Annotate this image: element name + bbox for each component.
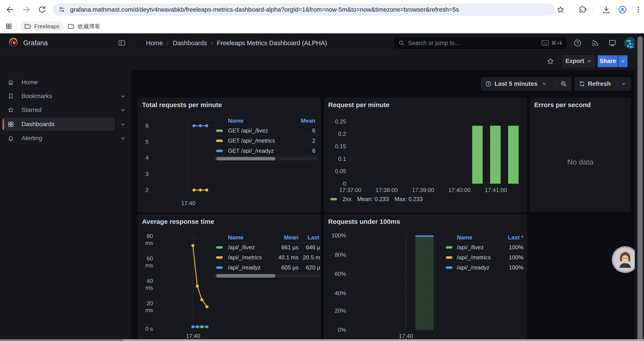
browser-menu-button[interactable] — [634, 5, 643, 15]
search-placeholder: Search or jump to... — [408, 40, 538, 47]
refresh-picker[interactable]: Refresh — [575, 77, 631, 90]
chevron-down-icon[interactable] — [120, 107, 126, 113]
legend-scrollbar-thumb[interactable] — [216, 274, 275, 278]
legend-row[interactable]: /api/_/metrics 100% — [443, 253, 525, 263]
page-scrollbar-thumb[interactable] — [638, 37, 643, 341]
y-tick: 0.15 — [326, 143, 346, 150]
favorite-star-icon[interactable] — [546, 57, 554, 65]
series-color-yellow — [446, 256, 452, 259]
grafana-brand[interactable]: Grafana — [23, 33, 48, 53]
legend-row[interactable]: /api/_/metrics 40.1 ms 20.5 ms — [214, 253, 321, 263]
bookmarks-bar: Freeleaps 收藏博客 — [0, 19, 644, 33]
woman-avatar-illustration — [613, 247, 637, 272]
breadcrumb-dashboards[interactable]: Dashboards — [173, 40, 207, 47]
y-tick: 0.05 — [326, 168, 346, 175]
legend-header-name[interactable]: Name — [456, 234, 499, 241]
series-name: /api/_/metrics — [226, 254, 270, 261]
legend-header: Name Mean Last * — [214, 233, 321, 242]
time-range-picker[interactable]: Last 5 minutes — [481, 77, 571, 90]
site-settings-icon[interactable] — [58, 6, 65, 13]
share-button[interactable]: Share — [598, 55, 618, 67]
y-tick: 0.1 — [326, 156, 346, 162]
floating-assistant-avatar[interactable] — [613, 247, 637, 272]
sidebar-item-label: Dashboards — [22, 121, 54, 128]
legend-row[interactable]: /api/_/livez 100% — [443, 242, 525, 253]
news-rss-icon[interactable] — [591, 39, 599, 47]
apps-button[interactable] — [4, 22, 14, 31]
sidebar-item-bookmarks[interactable]: Bookmarks — [3, 90, 115, 103]
legend-row[interactable]: /api/_/readyz 100% — [443, 263, 525, 273]
url-bar[interactable]: grafana.mathmast.com/d/deytv4rwavabkb/fr… — [53, 4, 554, 16]
legend-row[interactable]: GET /api/_/metrics 2 — [214, 136, 318, 146]
downloads-button[interactable] — [602, 5, 611, 15]
grafana-logo[interactable] — [8, 37, 19, 49]
search-shortcut: ⌘+k — [542, 40, 562, 46]
help-icon[interactable] — [574, 39, 582, 47]
panel-avg-response-time[interactable]: Average response time 80 ms 60 ms 40 ms … — [138, 215, 321, 341]
search-input[interactable]: Search or jump to... ⌘+k — [394, 37, 567, 50]
bookmark-folder-freeleaps[interactable]: Freeleaps — [20, 21, 64, 31]
download-icon — [602, 6, 610, 14]
panel-errors-per-second[interactable]: Errors per second No data — [530, 98, 631, 212]
panel-requests-under-100ms[interactable]: Requests under 100ms 100% 80% 60% 40% 20… — [324, 215, 527, 341]
legend-header-name[interactable]: Name — [226, 234, 270, 241]
legend-header-last[interactable]: Last * — [499, 234, 525, 241]
x-tick: 17:38:00 — [376, 187, 398, 194]
legend-row[interactable]: /api/_/livez 661 µs 646 µs — [214, 242, 321, 253]
bookmark-folder-blogs[interactable]: 收藏博客 — [64, 21, 104, 32]
legend-row[interactable]: GET /api/_/readyz 6 — [214, 146, 318, 156]
y-tick: 4 — [139, 154, 148, 161]
bar-chart — [324, 98, 527, 212]
extensions-button[interactable] — [578, 5, 588, 15]
profile-button[interactable] — [618, 5, 627, 15]
legend-header-mean[interactable]: Mean — [270, 234, 298, 241]
legend-scrollbar[interactable] — [214, 157, 318, 160]
legend-row[interactable]: GET /api/_/livez 6 — [214, 126, 318, 136]
url-text[interactable]: grafana.mathmast.com/d/deytv4rwavabkb/fr… — [70, 6, 549, 13]
panel-request-per-minute[interactable]: Request per minute 0.25 0.2 0.15 0.1 0.0… — [324, 98, 527, 212]
series-name: /api/_/livez — [456, 244, 499, 251]
apps-grid-icon — [5, 23, 12, 30]
sidebar-toggle-icon[interactable] — [118, 39, 126, 47]
reload-button[interactable] — [36, 4, 48, 16]
share-menu-button[interactable] — [618, 55, 628, 67]
legend-header-name[interactable]: Name — [226, 117, 291, 124]
series-mean: 40.1 ms — [270, 254, 298, 261]
horizontal-scrollbar[interactable] — [123, 339, 644, 341]
clock-icon — [485, 81, 492, 87]
chevron-down-icon[interactable] — [120, 136, 126, 141]
y-tick: 20% — [326, 307, 346, 314]
refresh-interval-button[interactable] — [617, 81, 630, 86]
sidebar-item-dashboards[interactable]: Dashboards — [3, 118, 115, 131]
export-button[interactable]: Export — [562, 55, 595, 67]
sidebar-item-home[interactable]: Home — [3, 76, 115, 89]
legend-row[interactable]: /api/_/readyz 605 µs 620 µs — [214, 263, 321, 273]
legend-header-last[interactable]: Last * — [298, 234, 321, 241]
back-button[interactable] — [4, 4, 16, 16]
series-name[interactable]: 2xx — [342, 196, 351, 203]
bookmark-star-button[interactable] — [556, 5, 565, 15]
forward-button[interactable] — [20, 4, 32, 16]
sidebar-item-starred[interactable]: Starred — [3, 103, 115, 117]
refresh-button[interactable]: Refresh — [575, 80, 616, 87]
legend-scrollbar-thumb[interactable] — [216, 157, 275, 160]
legend-header-mean[interactable]: Mean — [291, 117, 318, 124]
zoom-out-button[interactable] — [556, 81, 571, 87]
y-tick: 0 s — [139, 325, 153, 332]
series-last: 100% — [499, 244, 525, 251]
x-tick: 17:41:00 — [485, 187, 507, 194]
y-tick: 20 ms — [139, 300, 153, 313]
chevron-down-icon — [620, 59, 626, 64]
panel-total-requests[interactable]: Total requests per minute 6 5 4 3 2 17:4… — [138, 98, 321, 212]
page-scrollbar[interactable] — [635, 33, 644, 341]
chevron-down-icon[interactable] — [120, 94, 126, 99]
breadcrumb-home[interactable]: Home — [146, 40, 163, 47]
y-tick: 60% — [326, 270, 346, 277]
y-tick: 0.25 — [326, 118, 346, 125]
chevron-down-icon[interactable] — [120, 122, 126, 127]
sidebar-item-alerting[interactable]: Alerting — [3, 132, 115, 145]
time-range-button[interactable]: Last 5 minutes — [481, 80, 556, 87]
screen-icon[interactable] — [608, 39, 616, 47]
legend-scrollbar[interactable] — [214, 274, 321, 278]
user-avatar[interactable] — [624, 37, 636, 49]
